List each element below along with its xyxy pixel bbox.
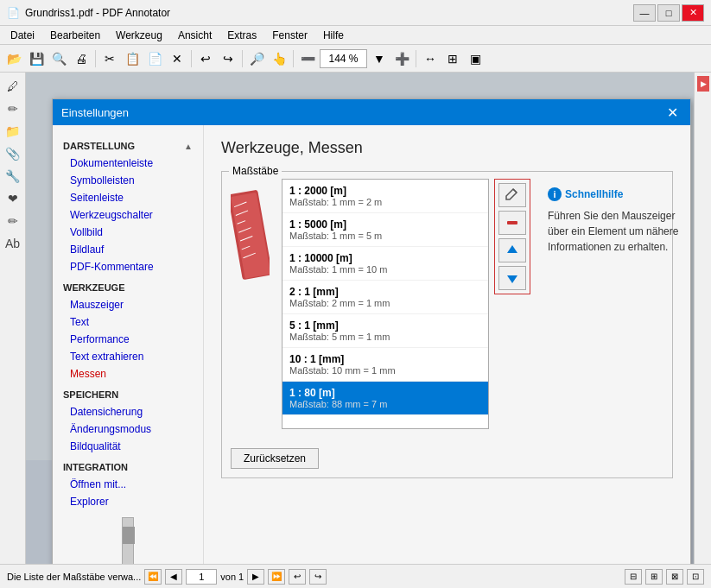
- nav-text-extrahieren[interactable]: Text extrahieren: [53, 348, 203, 365]
- scale-sub-2: Maßstab: 1 mm = 10 m: [289, 264, 481, 275]
- full-page-button[interactable]: ▣: [465, 48, 486, 69]
- ruler-svg: [231, 187, 270, 282]
- menu-fenster[interactable]: Fenster: [265, 28, 314, 43]
- scale-delete-button[interactable]: [498, 211, 526, 235]
- scale-item-4[interactable]: 5 : 1 [mm] Maßstab: 5 mm = 1 mm: [282, 314, 488, 348]
- menu-extras[interactable]: Extras: [220, 28, 263, 43]
- paste-button[interactable]: 📄: [144, 48, 165, 69]
- zoom-dropdown-button[interactable]: ▼: [369, 48, 390, 69]
- scale-up-button[interactable]: [498, 238, 526, 262]
- scale-down-button[interactable]: [498, 266, 526, 290]
- menu-bar: Datei Bearbeiten Werkzeug Ansicht Extras…: [0, 26, 711, 45]
- pdf-content: Einstellungen ✕ DARSTELLUNG ▲ Dokumenten…: [26, 73, 694, 564]
- search-button[interactable]: 🔎: [246, 48, 267, 69]
- save-button[interactable]: 💾: [26, 48, 47, 69]
- nav-explorer[interactable]: Explorer: [53, 493, 203, 510]
- scale-item-3[interactable]: 2 : 1 [mm] Maßstab: 2 mm = 1 mm: [282, 281, 488, 314]
- menu-ansicht[interactable]: Ansicht: [171, 28, 219, 43]
- nav-symbolleisten[interactable]: Symbolleisten: [53, 172, 203, 189]
- zoom-out-button[interactable]: ➖: [297, 48, 318, 69]
- nav-aenderungsmodus[interactable]: Änderungsmodus: [53, 420, 203, 438]
- status-nav-6[interactable]: ↪: [309, 569, 327, 585]
- sidebar-btn-4[interactable]: 📎: [3, 143, 23, 164]
- nav-text[interactable]: Text: [53, 313, 203, 331]
- dialog-titlebar: Einstellungen ✕: [53, 99, 690, 125]
- nav-performance[interactable]: Performance: [53, 331, 203, 348]
- minimize-button[interactable]: —: [633, 4, 656, 22]
- title-bar-controls: — □ ✕: [633, 4, 704, 22]
- hand-button[interactable]: 👆: [269, 48, 289, 69]
- status-nav-4[interactable]: ⏩: [268, 569, 285, 585]
- dialog-close-button[interactable]: ✕: [663, 104, 682, 121]
- delete-button[interactable]: ✕: [167, 48, 187, 69]
- page-input[interactable]: [186, 569, 217, 585]
- nav-seitenleiste[interactable]: Seitenleiste: [53, 189, 203, 206]
- status-nav-2[interactable]: ◀: [165, 569, 182, 585]
- nav-pdf-kommentare[interactable]: PDF-Kommentare: [53, 258, 203, 275]
- left-sidebar: 🖊 ✏ 📁 📎 🔧 ❤ ✏ Ab: [0, 73, 26, 564]
- menu-werkzeug[interactable]: Werkzeug: [109, 28, 169, 43]
- status-nav-5[interactable]: ↩: [289, 569, 306, 585]
- sidebar-btn-3[interactable]: 📁: [3, 121, 23, 142]
- sidebar-btn-1[interactable]: 🖊: [3, 76, 23, 97]
- zoom-in-button[interactable]: ➕: [391, 48, 412, 69]
- scale-item-5[interactable]: 10 : 1 [mm] Maßstab: 10 mm = 1 mm: [282, 348, 488, 382]
- sidebar-btn-2[interactable]: ✏: [3, 98, 23, 119]
- scale-item-2[interactable]: 1 : 10000 [m] Maßstab: 1 mm = 10 m: [282, 247, 488, 281]
- up-arrow-icon: [505, 243, 520, 258]
- sidebar-btn-5[interactable]: 🔧: [3, 166, 23, 187]
- title-bar: 📄 Grundriss1.pdf - PDF Annotator — □ ✕: [0, 0, 711, 26]
- nav-werkzeugschalter[interactable]: Werkzeugschalter: [53, 206, 203, 224]
- nav-bildqualitaet[interactable]: Bildqualität: [53, 438, 203, 455]
- scale-item-0[interactable]: 1 : 2000 [m] Maßstab: 1 mm = 2 m: [282, 180, 488, 213]
- menu-datei[interactable]: Datei: [3, 28, 41, 43]
- undo-button[interactable]: ↩: [195, 48, 216, 69]
- view-btn-4[interactable]: ⊡: [687, 569, 704, 585]
- reset-button[interactable]: Zurücksetzen: [231, 448, 319, 469]
- nav-section-werkzeuge: WERKZEUGE: [53, 275, 203, 296]
- scale-sub-0: Maßstab: 1 mm = 2 m: [289, 197, 481, 207]
- cut-button[interactable]: ✂: [99, 48, 120, 69]
- scale-list[interactable]: 1 : 2000 [m] Maßstab: 1 mm = 2 m 1 : 500…: [282, 179, 489, 429]
- fit-width-button[interactable]: ↔: [420, 48, 441, 69]
- zoom-input[interactable]: [320, 49, 367, 68]
- sidebar-btn-8[interactable]: Ab: [3, 233, 23, 254]
- nav-mauszeiger[interactable]: Mauszeiger: [53, 296, 203, 313]
- nav-dokumentenleiste[interactable]: Dokumentenleiste: [53, 155, 203, 172]
- scale-item-6[interactable]: 1 : 80 [m] Maßstab: 88 mm = 7 m: [282, 382, 488, 415]
- fit-page-button[interactable]: ⊞: [442, 48, 463, 69]
- right-sidebar-tag[interactable]: ▶: [697, 76, 709, 92]
- nav-messen[interactable]: Messen: [53, 365, 203, 383]
- view-btn-1[interactable]: ⊟: [625, 569, 642, 585]
- status-nav-3[interactable]: ▶: [247, 569, 264, 585]
- nav-oeffnen-mit[interactable]: Öffnen mit...: [53, 476, 203, 493]
- menu-hilfe[interactable]: Hilfe: [316, 28, 351, 43]
- scale-edit-button[interactable]: [498, 183, 526, 207]
- view-btn-2[interactable]: ⊞: [645, 569, 663, 585]
- sidebar-btn-6[interactable]: ❤: [3, 188, 23, 209]
- maximize-button[interactable]: □: [657, 4, 680, 22]
- scale-item-1[interactable]: 1 : 5000 [m] Maßstab: 1 mm = 5 m: [282, 213, 488, 247]
- scale-sub-1: Maßstab: 1 mm = 5 m: [289, 231, 481, 241]
- dialog-overlay: Einstellungen ✕ DARSTELLUNG ▲ Dokumenten…: [26, 73, 694, 564]
- toolbar-sep-2: [191, 50, 192, 67]
- nav-vollbild[interactable]: Vollbild: [53, 224, 203, 241]
- sidebar-btn-7[interactable]: ✏: [3, 211, 23, 231]
- status-nav-1[interactable]: ⏪: [144, 569, 162, 585]
- copy-button[interactable]: 📋: [122, 48, 143, 69]
- nav-bildlauf[interactable]: Bildlauf: [53, 241, 203, 258]
- redo-button[interactable]: ↪: [218, 48, 238, 69]
- dialog-body: DARSTELLUNG ▲ Dokumentenleiste Symbollei…: [53, 125, 690, 564]
- menu-bearbeiten[interactable]: Bearbeiten: [43, 28, 107, 43]
- dialog-nav: DARSTELLUNG ▲ Dokumentenleiste Symbollei…: [53, 125, 204, 564]
- scale-list-container: 1 : 2000 [m] Maßstab: 1 mm = 2 m 1 : 500…: [282, 179, 489, 429]
- nav-datensicherung[interactable]: Datensicherung: [53, 403, 203, 420]
- annotator-button[interactable]: 🔍: [48, 48, 69, 69]
- close-button[interactable]: ✕: [682, 4, 704, 22]
- scale-title-0: 1 : 2000 [m]: [289, 185, 481, 197]
- view-btn-3[interactable]: ⊠: [666, 569, 683, 585]
- toolbar: 📂 💾 🔍 🖨 ✂ 📋 📄 ✕ ↩ ↪ 🔎 👆 ➖ ▼ ➕ ↔ ⊞ ▣: [0, 45, 711, 73]
- app-icon: 📄: [7, 7, 20, 19]
- open-button[interactable]: 📂: [3, 48, 24, 69]
- print-button[interactable]: 🖨: [71, 48, 92, 69]
